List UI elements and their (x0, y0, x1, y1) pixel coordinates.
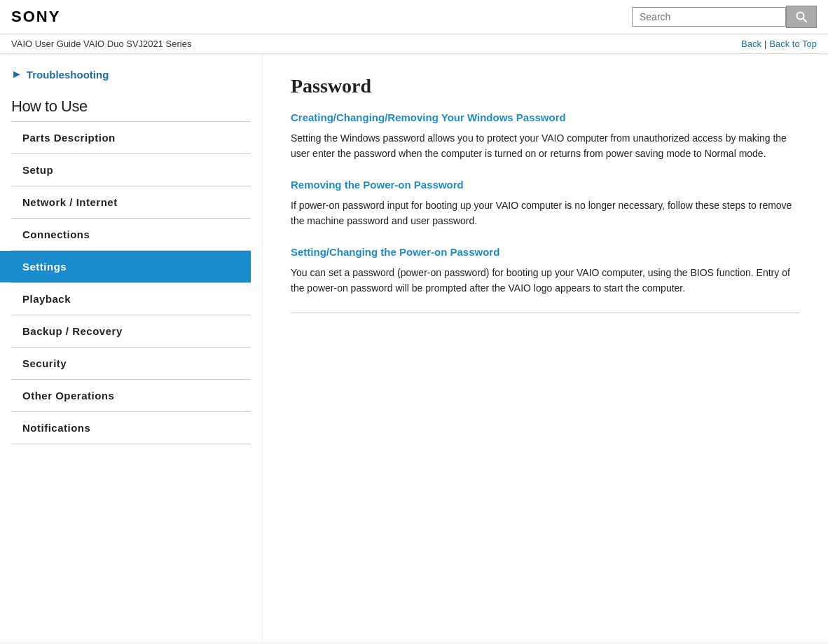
sidebar-item-label: Network / Internet (22, 196, 118, 208)
page-title: Password (291, 75, 800, 97)
section-body-removing-power-on: If power-on password input for booting u… (291, 198, 800, 229)
guide-title: VAIO User Guide VAIO Duo SVJ2021 Series (11, 39, 191, 49)
sidebar: ► Troubleshooting How to Use Parts Descr… (0, 54, 263, 643)
section-body-creating-changing: Setting the Windows password allows you … (291, 130, 800, 162)
sidebar-item-setup[interactable]: Setup (11, 154, 262, 186)
search-button[interactable] (786, 6, 817, 28)
sidebar-item-backup-recovery[interactable]: Backup / Recovery (11, 315, 262, 347)
sidebar-item-playback[interactable]: Playback (11, 283, 262, 315)
search-icon (795, 11, 808, 23)
sidebar-item-label: Backup / Recovery (22, 325, 123, 337)
sidebar-item-label: Notifications (22, 422, 90, 434)
sony-logo: SONY (11, 8, 60, 26)
sidebar-item-label: Connections (22, 228, 90, 240)
sidebar-item-label: Security (22, 357, 67, 369)
back-to-top-link[interactable]: Back to Top (769, 39, 817, 49)
sidebar-divider-10 (11, 444, 251, 444)
nav-links: Back | Back to Top (741, 39, 817, 49)
header: SONY (0, 0, 828, 34)
back-link[interactable]: Back (741, 39, 761, 49)
content-divider-bottom (291, 313, 800, 313)
sidebar-item-label: Parts Description (22, 132, 116, 144)
sidebar-item-label: Setup (22, 164, 53, 176)
sidebar-item-other-operations[interactable]: Other Operations (11, 380, 262, 411)
search-input[interactable] (632, 7, 786, 27)
troubleshooting-section: ► Troubleshooting (11, 68, 262, 81)
sidebar-item-network-internet[interactable]: Network / Internet (11, 186, 262, 218)
content-area: Password Creating/Changing/Removing Your… (263, 54, 828, 643)
sidebar-item-label: Other Operations (22, 390, 114, 402)
main-layout: ► Troubleshooting How to Use Parts Descr… (0, 54, 828, 643)
sidebar-item-notifications[interactable]: Notifications (11, 412, 262, 444)
sidebar-item-label: Settings (22, 261, 67, 273)
section-body-setting-changing: You can set a password (power-on passwor… (291, 265, 800, 296)
subheader: VAIO User Guide VAIO Duo SVJ2021 Series … (0, 34, 828, 54)
sidebar-item-security[interactable]: Security (11, 348, 262, 379)
section-link-setting-changing[interactable]: Setting/Changing the Power-on Password (291, 246, 800, 258)
troubleshooting-label: Troubleshooting (27, 69, 109, 81)
svg-line-1 (803, 19, 807, 22)
sidebar-item-parts-description[interactable]: Parts Description (11, 122, 262, 153)
chevron-right-icon: ► (11, 68, 22, 81)
sidebar-item-connections[interactable]: Connections (11, 219, 262, 250)
troubleshooting-item[interactable]: ► Troubleshooting (11, 68, 262, 81)
sidebar-item-settings[interactable]: Settings (0, 251, 251, 282)
how-to-use-heading: How to Use (11, 97, 262, 116)
how-to-use-section: How to Use Parts Description Setup Netwo… (11, 97, 262, 444)
search-area (632, 6, 817, 28)
section-link-removing-power-on[interactable]: Removing the Power-on Password (291, 179, 800, 191)
sidebar-item-label: Playback (22, 293, 71, 305)
nav-separator: | (764, 39, 766, 49)
section-link-creating-changing[interactable]: Creating/Changing/Removing Your Windows … (291, 111, 800, 123)
